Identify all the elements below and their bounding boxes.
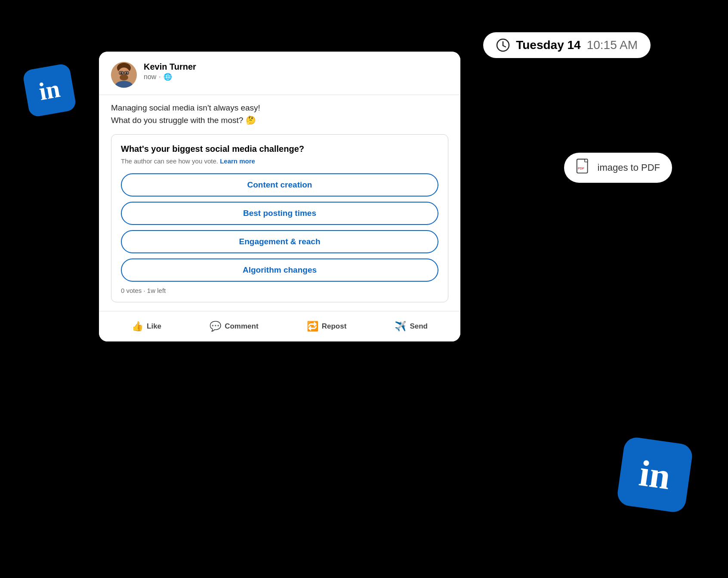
poll-option-2[interactable]: Best posting times xyxy=(121,202,438,225)
pdf-widget-label: images to PDF xyxy=(598,162,660,173)
post-header: Kevin Turner now · 🌐 xyxy=(99,52,460,95)
post-meta: now · 🌐 xyxy=(144,73,448,81)
poll-option-4[interactable]: Algorithm changes xyxy=(121,258,438,282)
poll-option-3-text: Engagement & reach xyxy=(239,237,321,246)
post-body: Managing social media isn't always easy!… xyxy=(99,95,460,311)
dot-separator: · xyxy=(159,73,160,81)
poll-option-1[interactable]: Content creation xyxy=(121,173,438,197)
like-icon: 👍 xyxy=(132,321,143,332)
post-text-line2: What do you struggle with the most? 🤔 xyxy=(111,114,448,127)
poll-subtitle-text: The author can see how you vote. xyxy=(121,157,218,165)
svg-point-10 xyxy=(120,72,123,74)
svg-point-9 xyxy=(120,74,128,80)
post-text: Managing social media isn't always easy!… xyxy=(111,102,448,126)
like-label: Like xyxy=(147,322,161,331)
linkedin-icon-large: in xyxy=(616,436,694,514)
linkedin-icon-small: in xyxy=(22,63,77,117)
main-card: Kevin Turner now · 🌐 Managing social med… xyxy=(99,52,460,341)
linkedin-small-text: in xyxy=(37,76,62,105)
clock-icon xyxy=(496,38,510,52)
time-widget: Tuesday 14 10:15 AM xyxy=(483,32,651,58)
poll-option-1-text: Content creation xyxy=(247,180,312,189)
post-time: now xyxy=(144,73,156,81)
svg-line-2 xyxy=(503,46,506,47)
poll-option-3[interactable]: Engagement & reach xyxy=(121,230,438,253)
pdf-icon: PDF xyxy=(576,159,592,177)
send-icon: ✈️ xyxy=(395,321,406,332)
learn-more-link[interactable]: Learn more xyxy=(220,157,255,165)
linkedin-large-text: in xyxy=(637,454,672,495)
repost-label: Repost xyxy=(322,322,347,331)
poll-option-2-text: Best posting times xyxy=(243,209,316,218)
comment-icon: 💬 xyxy=(210,321,221,332)
poll-subtitle: The author can see how you vote. Learn m… xyxy=(121,157,438,165)
pdf-widget[interactable]: PDF images to PDF xyxy=(564,153,672,183)
repost-icon: 🔁 xyxy=(307,321,318,332)
avatar xyxy=(111,62,137,88)
poll-question: What's your biggest social media challen… xyxy=(121,144,438,154)
globe-icon: 🌐 xyxy=(163,73,172,81)
comment-label: Comment xyxy=(225,322,258,331)
comment-action[interactable]: 💬 Comment xyxy=(203,317,265,335)
post-user-info: Kevin Turner now · 🌐 xyxy=(144,62,448,81)
time-widget-time: 10:15 AM xyxy=(587,38,638,52)
send-label: Send xyxy=(410,322,428,331)
poll-card: What's your biggest social media challen… xyxy=(111,134,448,302)
svg-point-11 xyxy=(126,72,128,74)
svg-text:PDF: PDF xyxy=(577,166,584,170)
post-user-name: Kevin Turner xyxy=(144,62,448,72)
poll-option-4-text: Algorithm changes xyxy=(243,265,317,274)
scene: in in Tuesday 14 10:15 AM PDF images to … xyxy=(0,0,728,578)
post-text-line1: Managing social media isn't always easy! xyxy=(111,102,448,114)
svg-rect-4 xyxy=(584,159,587,162)
like-action[interactable]: 👍 Like xyxy=(125,317,168,335)
time-widget-day: Tuesday 14 xyxy=(516,38,580,52)
send-action[interactable]: ✈️ Send xyxy=(388,317,435,335)
poll-footer: 0 votes · 1w left xyxy=(121,287,438,294)
repost-action[interactable]: 🔁 Repost xyxy=(300,317,354,335)
action-bar: 👍 Like 💬 Comment 🔁 Repost ✈️ Send xyxy=(99,311,460,341)
